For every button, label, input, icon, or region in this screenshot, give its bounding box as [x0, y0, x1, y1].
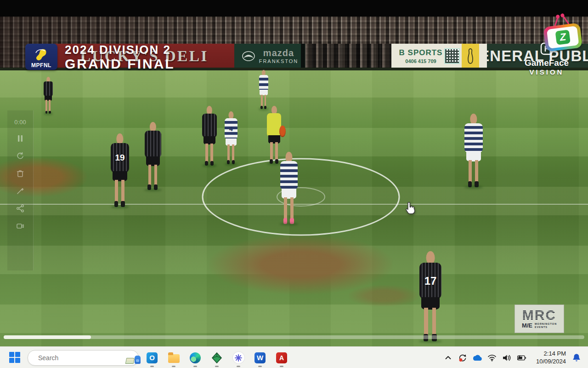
tray-overflow-chevron[interactable]: [443, 353, 453, 363]
cursor-pointer: [403, 201, 417, 216]
mrc-events-line2: EVENTS: [535, 326, 548, 328]
player-home: [43, 77, 54, 114]
taskbar-app-outlook[interactable]: O: [145, 350, 159, 366]
pause-icon[interactable]: [16, 134, 25, 143]
match-title-line2: GRAND FINAL: [65, 57, 175, 71]
snowflake-app-icon: [235, 354, 242, 362]
sports-banner-name: B SPORTS: [399, 48, 443, 58]
mazda-location-text: FRANKSTON: [259, 59, 299, 64]
football: [279, 126, 286, 137]
banner-sports: B SPORTS 0406 415 709: [391, 44, 487, 68]
standing-spectators: [301, 44, 393, 68]
windows-logo-icon: [9, 352, 14, 357]
banner-mazda: mazda FRANKSTON: [234, 44, 305, 68]
file-explorer-icon: [168, 354, 180, 363]
word-icon: W: [254, 352, 266, 363]
undo-icon[interactable]: [16, 151, 25, 161]
player-away: [463, 114, 485, 187]
system-tray: 2:14 PM 10/09/2024: [443, 350, 588, 365]
mrc-events-logo: MRC M/E MORNINGTON EVENTS: [514, 305, 564, 333]
video-surface[interactable]: LUCKY'S DELI mazda FRANKSTON B SPORTS 04…: [0, 0, 588, 346]
taskbar-app-edge[interactable]: [188, 350, 202, 366]
player-away: 4: [223, 111, 239, 164]
player-away: [258, 70, 270, 109]
search-highlight-art[interactable]: [126, 352, 141, 364]
sync-status-icon[interactable]: [458, 353, 468, 363]
player-control-rail: 0:00: [7, 110, 34, 270]
volume-icon[interactable]: [502, 353, 512, 363]
pen-icon[interactable]: [16, 186, 25, 196]
bowling-pin-icon: [462, 44, 479, 68]
running-indicator: [193, 366, 197, 367]
mpfnl-logo: MPFNL: [25, 44, 57, 70]
player-away: [278, 152, 300, 224]
sports-banner-phone: 0406 415 709: [405, 58, 436, 64]
acrobat-icon: A: [276, 352, 287, 363]
edge-icon: [190, 352, 201, 363]
qr-code: [444, 48, 460, 64]
search-input[interactable]: [37, 354, 122, 362]
running-indicator: [215, 366, 219, 367]
running-indicator: [280, 366, 283, 367]
wifi-icon[interactable]: [487, 353, 497, 363]
timestamp-label: 0:00: [14, 119, 26, 126]
jersey-number: 4: [229, 125, 233, 132]
taskbar-app-file-explorer[interactable]: [167, 350, 181, 366]
diamond-app-icon: [211, 352, 222, 363]
clock[interactable]: 2:14 PM 10/09/2024: [531, 350, 566, 365]
player-home: 17: [417, 251, 444, 341]
start-button[interactable]: [9, 352, 21, 364]
mpfnl-label: MPFNL: [31, 62, 51, 69]
gameface-vision-text: VISION: [519, 68, 574, 76]
onedrive-icon[interactable]: [472, 353, 482, 363]
taskbar-app-snowflake[interactable]: [232, 350, 245, 366]
clock-time: 2:14 PM: [531, 350, 566, 357]
video-progress-bar[interactable]: [4, 335, 584, 339]
gameface-name: GameFace: [519, 58, 574, 68]
pinned-apps: O: [145, 350, 288, 366]
running-indicator: [258, 366, 262, 367]
mrc-title: MRC: [522, 309, 556, 321]
taskbar: O: [0, 346, 588, 368]
clock-date: 10/09/2024: [531, 358, 566, 365]
backpack-icon: [135, 356, 141, 364]
desktop: LUCKY'S DELI mazda FRANKSTON B SPORTS 04…: [0, 0, 588, 368]
player-home: [143, 122, 163, 190]
search-box[interactable]: [28, 350, 139, 366]
share-icon[interactable]: [16, 204, 25, 213]
tv-antenna: [563, 16, 570, 25]
camera-icon[interactable]: [16, 221, 25, 230]
match-title-line1: 2024 DIVISION 2: [65, 44, 175, 56]
taskbar-app-diamond[interactable]: [210, 350, 224, 366]
notification-bell[interactable]: [571, 352, 582, 364]
mrc-me: M/E: [522, 322, 532, 329]
tv-streaming-logo: Z: [541, 13, 584, 52]
video-letterbox-bar: [0, 0, 588, 17]
jersey-number: 17: [424, 275, 437, 288]
mazda-brand-text: mazda: [263, 48, 294, 58]
tv-body: Z: [543, 23, 582, 52]
taskbar-app-acrobat[interactable]: A: [275, 350, 288, 366]
trash-icon[interactable]: [16, 169, 25, 178]
mpfnl-peninsula-icon: [33, 48, 50, 62]
book-icon: [125, 358, 135, 364]
outlook-icon: O: [147, 352, 158, 363]
running-indicator: [237, 366, 240, 367]
running-indicator: [172, 366, 175, 367]
running-indicator: [150, 366, 154, 367]
mrc-events-line1: MORNINGTON: [535, 322, 557, 325]
progress-fill: [4, 335, 91, 339]
player-home: 19: [109, 133, 131, 207]
player-home: [201, 106, 219, 166]
jersey-number: 19: [115, 153, 124, 163]
taskbar-app-word[interactable]: W: [253, 350, 267, 366]
tv-z-letter: Z: [555, 29, 571, 45]
score-bug: MPFNL 2024 DIVISION 2 GRAND FINAL: [25, 44, 175, 71]
battery-icon[interactable]: [516, 353, 526, 363]
mazda-wings-icon: [242, 51, 255, 62]
